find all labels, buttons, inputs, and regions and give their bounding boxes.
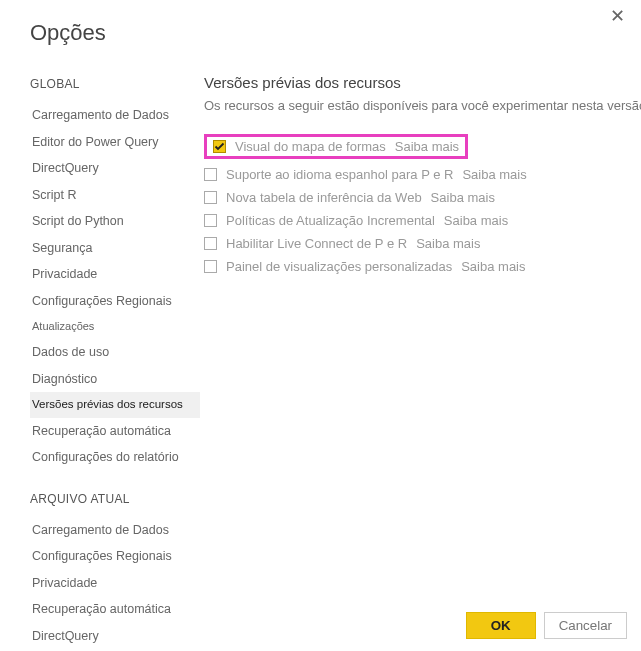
cancel-button[interactable]: Cancelar xyxy=(544,612,627,639)
learn-more-link[interactable]: Saiba mais xyxy=(416,236,480,251)
section-title: Versões prévias dos recursos xyxy=(204,74,641,91)
feature-row: Visual do mapa de formas Saiba mais xyxy=(204,130,641,163)
sidebar-item-diagnostics[interactable]: Diagnóstico xyxy=(30,366,200,393)
svg-rect-4 xyxy=(205,237,217,249)
sidebar-item-pq-editor[interactable]: Editor do Power Query xyxy=(30,129,200,156)
feature-row: Suporte ao idioma espanhol para P e R Sa… xyxy=(204,163,641,186)
sidebar-item-file-privacy[interactable]: Privacidade xyxy=(30,570,200,597)
learn-more-link[interactable]: Saiba mais xyxy=(444,213,508,228)
feature-label: Suporte ao idioma espanhol para P e R xyxy=(226,167,453,182)
sidebar-item-security[interactable]: Segurança xyxy=(30,235,200,262)
svg-rect-2 xyxy=(205,191,217,203)
feature-label: Nova tabela de inferência da Web xyxy=(226,190,422,205)
button-bar: OK Cancelar xyxy=(466,612,627,639)
sidebar-item-file-regional[interactable]: Configurações Regionais xyxy=(30,543,200,570)
sidebar-item-regional[interactable]: Configurações Regionais xyxy=(30,288,200,315)
sidebar-item-file-data-load[interactable]: Carregamento de Dados xyxy=(30,517,200,544)
feature-row: Políticas de Atualização Incremental Sai… xyxy=(204,209,641,232)
sidebar-item-auto-recovery[interactable]: Recuperação automática xyxy=(30,418,200,445)
learn-more-link[interactable]: Saiba mais xyxy=(395,139,459,154)
sidebar-item-file-auto-recovery[interactable]: Recuperação automática xyxy=(30,596,200,623)
svg-rect-1 xyxy=(205,168,217,180)
ok-button[interactable]: OK xyxy=(466,612,536,639)
learn-more-link[interactable]: Saiba mais xyxy=(431,190,495,205)
feature-row: Painel de visualizações personalizadas S… xyxy=(204,255,641,278)
close-button[interactable]: ✕ xyxy=(604,6,631,26)
learn-more-link[interactable]: Saiba mais xyxy=(462,167,526,182)
svg-rect-3 xyxy=(205,214,217,226)
sidebar-item-privacy[interactable]: Privacidade xyxy=(30,261,200,288)
learn-more-link[interactable]: Saiba mais xyxy=(461,259,525,274)
sidebar-section-global: GLOBAL xyxy=(30,74,200,94)
section-help-text: Os recursos a seguir estão disponíveis p… xyxy=(204,97,641,116)
checkbox-icon[interactable] xyxy=(204,260,217,273)
sidebar-section-current-file: ARQUIVO ATUAL xyxy=(30,489,200,509)
feature-label: Políticas de Atualização Incremental xyxy=(226,213,435,228)
content-pane: Versões prévias dos recursos Os recursos… xyxy=(200,74,641,651)
feature-label: Habilitar Live Connect de P e R xyxy=(226,236,407,251)
highlight-box: Visual do mapa de formas Saiba mais xyxy=(204,134,468,159)
sidebar-item-python-script[interactable]: Script do Python xyxy=(30,208,200,235)
checkbox-icon[interactable] xyxy=(204,191,217,204)
sidebar-item-r-script[interactable]: Script R xyxy=(30,182,200,209)
sidebar-item-file-directquery[interactable]: DirectQuery xyxy=(30,623,200,650)
checkbox-icon[interactable] xyxy=(204,237,217,250)
feature-list: Visual do mapa de formas Saiba mais Supo… xyxy=(204,130,641,278)
feature-label: Visual do mapa de formas xyxy=(235,139,386,154)
sidebar-item-data-load[interactable]: Carregamento de Dados xyxy=(30,102,200,129)
sidebar-item-report-settings[interactable]: Configurações do relatório xyxy=(30,444,200,471)
checkbox-icon[interactable] xyxy=(204,214,217,227)
feature-row: Habilitar Live Connect de P e R Saiba ma… xyxy=(204,232,641,255)
feature-row: Nova tabela de inferência da Web Saiba m… xyxy=(204,186,641,209)
checkbox-icon[interactable] xyxy=(213,140,226,153)
dialog-title: Opções xyxy=(30,20,641,46)
sidebar-item-updates[interactable]: Atualizações xyxy=(30,314,200,339)
feature-label: Painel de visualizações personalizadas xyxy=(226,259,452,274)
sidebar-item-preview-features[interactable]: Versões prévias dos recursos xyxy=(30,392,200,418)
sidebar-item-usage-data[interactable]: Dados de uso xyxy=(30,339,200,366)
sidebar-item-directquery[interactable]: DirectQuery xyxy=(30,155,200,182)
sidebar: GLOBAL Carregamento de Dados Editor do P… xyxy=(30,74,200,651)
svg-rect-5 xyxy=(205,260,217,272)
checkbox-icon[interactable] xyxy=(204,168,217,181)
